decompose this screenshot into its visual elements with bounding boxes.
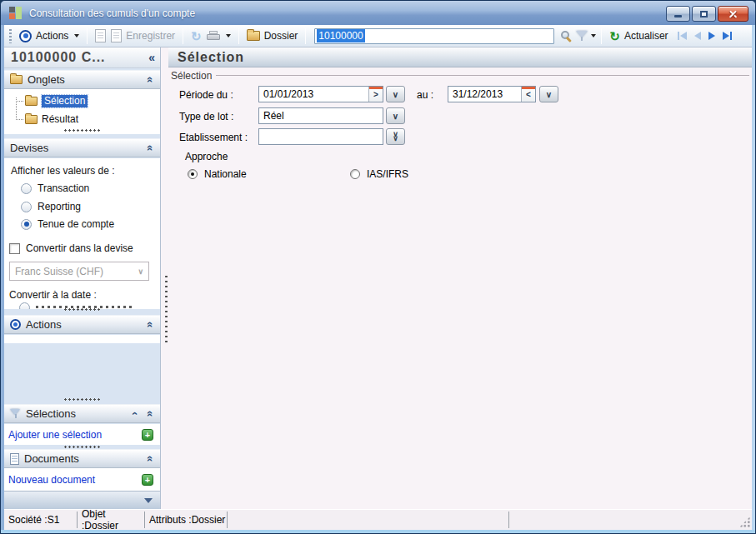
actualiser-button[interactable]: ↻ Actualiser <box>607 28 670 44</box>
search-icon[interactable] <box>561 31 569 39</box>
minimize-button[interactable] <box>666 6 690 22</box>
etablissement-label: Etablissement : <box>179 132 248 143</box>
radio-icon <box>350 169 360 179</box>
radio-ias-ifrs[interactable]: IAS/IFRS <box>350 168 408 180</box>
toolbar-separator <box>238 28 239 44</box>
type-lot-label: Type de lot : <box>179 111 233 122</box>
status-empty <box>228 512 509 528</box>
etablissement-multi-select-button[interactable]: ∨ ∨ <box>386 128 405 145</box>
radio-label: Tenue de compte <box>38 218 114 230</box>
panel-header-documents[interactable]: Documents « <box>4 449 160 468</box>
panel-resize-handle[interactable] <box>63 128 102 132</box>
panel-resize-handle[interactable] <box>63 307 102 312</box>
actions-body <box>4 335 160 343</box>
save-doc-icon <box>111 29 122 42</box>
sidebar-bottom-bar <box>4 491 160 509</box>
dossier-button[interactable]: Dossier <box>244 28 301 43</box>
status-societe: Société :S1 <box>4 512 78 528</box>
restore-button[interactable] <box>692 6 716 22</box>
radio-icon-selected <box>21 219 32 230</box>
selections-body: Ajouter une sélection + <box>4 424 160 445</box>
collapse-double-icon[interactable]: « <box>144 322 157 327</box>
radio-nationale[interactable]: Nationale <box>188 168 247 180</box>
tree-item-resultat[interactable]: Résultat <box>25 112 78 126</box>
new-document-link[interactable]: Nouveau document <box>8 474 95 486</box>
nav-previous-button[interactable] <box>694 32 701 40</box>
new-document-plus-button[interactable]: + <box>142 474 153 486</box>
splitter-handle[interactable] <box>164 274 168 344</box>
date-picker-next-icon[interactable]: > <box>368 87 383 102</box>
periode-au-dropdown-button[interactable]: ∨ <box>539 86 558 102</box>
close-icon <box>728 9 738 18</box>
collapse-double-icon[interactable]: « <box>144 456 157 462</box>
tree-item-selection[interactable]: Sélection <box>25 94 88 107</box>
radio-transaction[interactable]: Transaction <box>21 182 89 194</box>
status-empty <box>509 512 752 528</box>
toolbar-separator <box>183 28 183 44</box>
close-button[interactable] <box>718 6 748 22</box>
currency-value: Franc Suisse (CHF) <box>15 266 103 277</box>
scroll-down-icon[interactable] <box>144 498 153 503</box>
app-icon <box>9 7 22 19</box>
etablissement-field[interactable] <box>258 128 383 145</box>
radio-tenue-de-compte[interactable]: Tenue de compte <box>21 218 114 230</box>
radio-label: Reporting <box>38 201 81 212</box>
currency-select[interactable]: Franc Suisse (CHF) ∨ <box>9 262 149 281</box>
actualiser-icon: ↻ <box>609 30 620 42</box>
refresh-button[interactable]: ↻ <box>188 28 204 44</box>
periode-au-field[interactable]: 31/12/2013 < <box>448 86 536 102</box>
account-input-value: 10100000 <box>317 29 364 42</box>
status-attributs: Attributs :Dossier <box>145 512 228 528</box>
panel-header-actions[interactable]: Actions « <box>4 315 160 334</box>
add-selection-link[interactable]: Ajouter une sélection <box>8 429 102 441</box>
preview-button[interactable] <box>93 27 108 44</box>
devises-title: Devises <box>10 142 48 154</box>
panel-resize-handle[interactable] <box>63 445 102 449</box>
convert-currency-checkbox[interactable]: Convertir dans la devise <box>9 242 133 254</box>
periode-du-dropdown-button[interactable]: ∨ <box>386 86 405 102</box>
document-icon <box>10 453 19 465</box>
collapse-single-icon[interactable]: ‹ <box>129 412 142 415</box>
nav-last-button[interactable] <box>723 32 732 40</box>
actions-target-icon <box>10 319 21 330</box>
filter-icon[interactable] <box>576 30 588 42</box>
radio-reporting[interactable]: Reporting <box>21 201 81 212</box>
nav-next-button[interactable] <box>708 32 715 40</box>
actions-label: Actions <box>36 30 68 42</box>
documents-title: Documents <box>24 452 79 465</box>
type-lot-dropdown-button[interactable]: ∨ <box>386 107 405 124</box>
dossier-label: Dossier <box>264 30 298 42</box>
folder-icon <box>10 75 23 84</box>
convert-date-label: Convertir à la date : <box>9 289 97 301</box>
printer-icon <box>207 31 220 42</box>
add-selection-plus-button[interactable]: + <box>142 429 153 441</box>
nav-first-button[interactable] <box>678 32 687 40</box>
account-input[interactable]: 10100000 <box>314 28 554 44</box>
filter-icon <box>10 408 21 419</box>
collapse-double-icon[interactable]: « <box>144 411 157 417</box>
collapse-double-icon[interactable]: « <box>144 77 157 82</box>
toolbar-separator <box>601 28 602 44</box>
panel-resize-handle[interactable] <box>63 397 102 402</box>
date-picker-prev-icon[interactable]: < <box>521 87 535 102</box>
periode-du-field[interactable]: 01/01/2013 > <box>258 86 383 102</box>
collapse-double-icon[interactable]: « <box>144 145 157 151</box>
panel-header-onglets[interactable]: Onglets « <box>4 70 160 89</box>
au-label: au : <box>417 89 433 101</box>
group-divider <box>216 75 749 76</box>
actions-button[interactable]: Actions <box>17 28 82 44</box>
show-values-label: Afficher les valeurs de : <box>11 165 115 177</box>
save-button[interactable]: Enregistrer <box>108 27 178 44</box>
radio-label: IAS/IFRS <box>367 168 408 180</box>
page-title: Sélection <box>178 50 244 65</box>
sidebar-collapse-icon[interactable]: « <box>148 51 155 64</box>
type-lot-field[interactable]: Réel <box>258 107 383 124</box>
panel-header-selections[interactable]: Sélections ‹ « <box>4 404 160 423</box>
toolbar: Actions Enregistrer ↻ Dossier 10100000 <box>4 25 752 47</box>
toolbar-grip[interactable] <box>9 29 12 43</box>
print-button[interactable] <box>204 29 233 43</box>
tree-line <box>16 119 23 120</box>
filter-caret-icon[interactable] <box>591 34 596 37</box>
panel-header-devises[interactable]: Devises « <box>4 138 160 157</box>
actualiser-label: Actualiser <box>624 30 668 42</box>
